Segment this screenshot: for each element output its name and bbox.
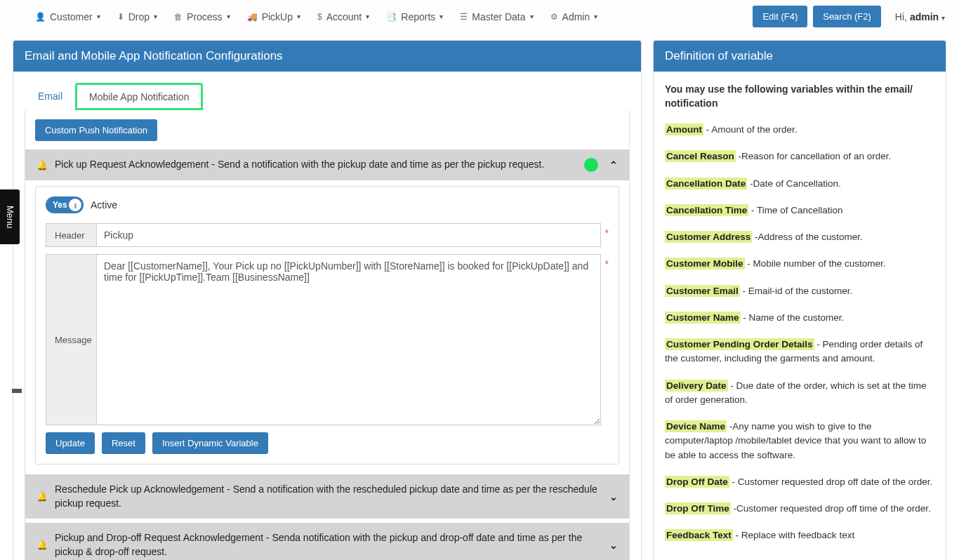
active-toggle[interactable]: Yes ||| (46, 196, 84, 213)
nav-master-data[interactable]: ☰ Master Data ▾ (453, 7, 540, 27)
side-menu-tab[interactable]: Menu (0, 189, 20, 244)
panel-title: Email and Mobile App Notification Config… (13, 41, 641, 72)
nav-label: PickUp (262, 11, 293, 22)
caret-down-icon: ▾ (594, 13, 597, 20)
variable-definition-item: Feedback Text - Replace with feedback te… (665, 528, 934, 542)
caret-down-icon: ▾ (227, 13, 230, 20)
book-icon: 📑 (386, 12, 397, 22)
nav-process[interactable]: 🗑 Process ▾ (167, 7, 237, 27)
variable-intro: You may use the following variables with… (665, 83, 934, 110)
chevron-down-icon: ⌄ (609, 540, 618, 551)
user-icon: 👤 (35, 12, 46, 22)
nav-customer[interactable]: 👤 Customer ▾ (28, 7, 107, 27)
nav-account[interactable]: $ Account ▾ (310, 7, 376, 27)
search-button[interactable]: Search (F2) (813, 6, 881, 27)
variable-description: - Name of the customer. (741, 312, 845, 323)
header-field-label: Header (46, 223, 96, 247)
caret-down-icon: ▾ (941, 14, 945, 22)
tab-email[interactable]: Email (25, 83, 76, 109)
variable-definition-item: Cancel Reason -Reason for cancellation o… (665, 149, 934, 164)
variable-description: -Date of Cancellation. (747, 178, 841, 189)
accordion-title: Pick up Request Acknowledgement - Send a… (55, 158, 577, 172)
variable-description: - Mobile number of the customer. (745, 258, 886, 269)
nav-pickup[interactable]: 🚚 PickUp ▾ (240, 7, 307, 27)
caret-down-icon: ▾ (297, 13, 300, 20)
variable-description: - Email-id of the customer. (740, 286, 853, 296)
dollar-icon: $ (317, 12, 322, 22)
top-navbar: 👤 Customer ▾ ⬇ Drop ▾ 🗑 Process ▾ 🚚 Pick… (0, 0, 959, 33)
variable-definition-item: Customer Mobile - Mobile number of the c… (665, 257, 934, 271)
caret-down-icon: ▾ (530, 13, 534, 20)
toggle-knob: ||| (69, 199, 81, 211)
active-label: Active (91, 199, 117, 211)
status-indicator (584, 158, 598, 172)
variable-name: Customer Pending Order Details (665, 338, 814, 350)
variable-name: Cancellation Time (665, 204, 748, 216)
nav-admin[interactable]: ⚙ Admin ▾ (543, 7, 605, 27)
variable-definition-item: Cancellation Time - Time of Cancellation (665, 204, 934, 218)
user-greeting[interactable]: Hi, admin ▾ (895, 11, 945, 22)
variable-name: Cancel Reason (665, 150, 736, 162)
variable-name: Customer Mobile (665, 258, 745, 269)
variable-description: - Customer requested drop off date of th… (729, 476, 932, 487)
variable-definition-item: Amount - Amount of the order. (665, 123, 934, 137)
nav-label: Admin (562, 11, 590, 22)
header-input[interactable] (96, 223, 601, 247)
gear-icon: ⚙ (550, 12, 558, 22)
variable-definition-item: Delivery Date - Due date of the order, w… (665, 379, 934, 408)
variable-definition-item: Customer Email - Email-id of the custome… (665, 284, 934, 298)
variable-name: Feedback Text (665, 529, 733, 541)
greet-prefix: Hi, (895, 11, 907, 22)
variable-name: Customer Address (665, 231, 752, 243)
nav-label: Drop (128, 11, 150, 22)
side-drag-handle[interactable] (12, 389, 22, 393)
variable-definition-panel: Definition of variable You may use the f… (653, 40, 946, 560)
accordion-title: Pickup and Drop-off Request Acknowledgem… (55, 531, 602, 559)
variable-name: Device Name (665, 420, 727, 432)
stack-icon: ☰ (460, 12, 468, 22)
bell-icon: 🔔 (37, 540, 48, 550)
variable-definition-item: Cancellation Date -Date of Cancellation. (665, 177, 934, 191)
variable-definition-item: Customer Pending Order Details - Pending… (665, 338, 934, 366)
variable-name: Customer Email (665, 285, 740, 297)
variable-definition-item: Customer Address -Address of the custome… (665, 230, 934, 244)
tab-mobile-app-notification[interactable]: Mobile App Notification (76, 84, 202, 109)
nav-label: Account (326, 11, 362, 22)
variable-description: -Reason for cancellation of an order. (736, 151, 891, 161)
bell-icon: 🔔 (37, 491, 48, 502)
accordion-header-pickup-dropoff[interactable]: 🔔 Pickup and Drop-off Request Acknowledg… (25, 519, 629, 560)
edit-button[interactable]: Edit (F4) (753, 6, 807, 27)
accordion-header-reschedule-pickup[interactable]: 🔔 Reschedule Pick up Acknowledgement - S… (25, 474, 629, 519)
caret-down-icon: ▾ (154, 13, 157, 20)
message-field-label: Message (46, 254, 96, 425)
variable-definition-item: Drop Off Time -Customer requested drop o… (665, 502, 934, 516)
reset-button[interactable]: Reset (102, 432, 145, 454)
message-textarea[interactable] (96, 254, 601, 425)
username: admin (910, 11, 939, 22)
chevron-up-icon: ⌃ (609, 159, 618, 171)
accordion-header-pickup-request[interactable]: 🔔 Pick up Request Acknowledgement - Send… (25, 149, 629, 180)
accordion-content: Yes ||| Active Header * (35, 186, 619, 465)
nav-label: Customer (50, 11, 93, 22)
toggle-yes-label: Yes (53, 200, 67, 210)
variable-description: - Time of Cancellation (748, 205, 842, 215)
variable-name: Cancellation Date (665, 178, 747, 189)
variable-definition-item: Drop Off Date - Customer requested drop … (665, 475, 934, 489)
update-button[interactable]: Update (46, 432, 95, 454)
download-icon: ⬇ (117, 12, 124, 22)
nav-drop[interactable]: ⬇ Drop ▾ (110, 7, 164, 27)
variable-name: Amount (665, 124, 703, 135)
nav-reports[interactable]: 📑 Reports ▾ (379, 7, 450, 27)
nav-label: Process (187, 11, 223, 22)
variable-definition-item: Customer Name - Name of the customer. (665, 311, 934, 325)
variable-description: -Customer requested drop off time of the… (731, 503, 931, 514)
insert-dynamic-variable-button[interactable]: Insert Dynamic Variable (152, 432, 268, 454)
caret-down-icon: ▾ (439, 13, 443, 20)
variable-name: Delivery Date (665, 380, 728, 392)
required-indicator: * (605, 254, 609, 269)
variable-description: - Amount of the order. (703, 124, 798, 135)
notification-config-panel: Email and Mobile App Notification Config… (13, 40, 642, 560)
required-indicator: * (605, 223, 609, 239)
truck-icon: 🚚 (247, 12, 258, 22)
custom-push-notification-button[interactable]: Custom Push Notification (35, 119, 157, 141)
